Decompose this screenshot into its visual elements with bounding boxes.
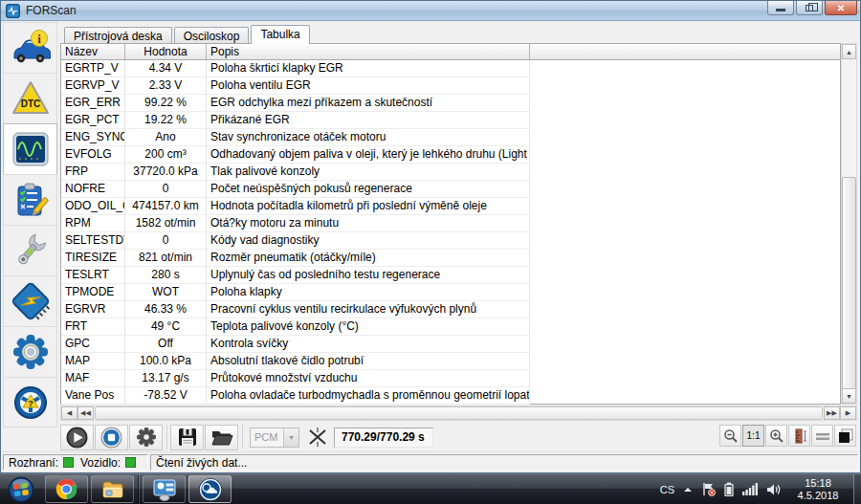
horizontal-scroll-track[interactable]: [94, 406, 824, 420]
table-row[interactable]: EGRVR46.33 %Pracovní cyklus ventilu reci…: [61, 301, 840, 318]
network-signal-icon[interactable]: [742, 483, 758, 495]
cell-desc: Uplynulý čas od posledního testu regener…: [207, 267, 530, 284]
scroll-right-fast-button[interactable]: ▶▶: [824, 406, 840, 420]
table-row[interactable]: MAP100.0 kPaAbsolutní tlakové čidlo potr…: [61, 353, 840, 370]
table-row[interactable]: NOFRE0Počet neúspěšných pokusů regenerac…: [61, 181, 840, 198]
record-settings-button[interactable]: [129, 425, 163, 450]
horizontal-scrollbar[interactable]: ◀ ◀◀ ▶▶ ▶: [60, 405, 857, 421]
window-title: FORScan: [26, 4, 77, 17]
taskbar-item-chrome[interactable]: [45, 475, 88, 503]
column-header-name[interactable]: Název: [61, 44, 125, 59]
hidden-icons-chevron[interactable]: [683, 486, 693, 493]
interface-label: Rozhraní:: [9, 456, 58, 470]
tab-table[interactable]: Tabulka: [251, 25, 309, 44]
tab-oscilloscope[interactable]: Osciloskop: [174, 27, 250, 44]
table-row[interactable]: EGRTP_V4.34 VPoloha škrticí klapky EGR: [61, 60, 840, 77]
restore-button[interactable]: [796, 1, 823, 15]
disconnect-button[interactable]: [303, 425, 332, 450]
stop-button[interactable]: [95, 425, 128, 450]
show-desktop-button[interactable]: [853, 474, 861, 504]
table-body: EGRTP_V4.34 VPoloha škrticí klapky EGREG…: [61, 60, 840, 405]
table-row[interactable]: Vane Pos-78.52 VPoloha ovladače turbodmy…: [61, 387, 840, 405]
table-header: Název Hodnota Popis: [61, 44, 840, 60]
sidebar-item-service[interactable]: [3, 225, 57, 275]
status-message-cell: Čtení živých dat...: [150, 454, 858, 471]
sidebar-item-tests[interactable]: [3, 174, 57, 225]
column-header-value[interactable]: Hodnota: [125, 44, 207, 59]
cell-value: -78.52 V: [125, 387, 207, 405]
sidebar-item-about[interactable]: ?: [3, 377, 57, 427]
scroll-down-button[interactable]: ▼: [842, 388, 856, 404]
taskbar-clock[interactable]: 15:18 4.5.2018: [790, 477, 846, 502]
table-row[interactable]: RPM1582 ot/minOtá?ky motoru za minutu: [61, 215, 840, 232]
language-indicator[interactable]: CS: [660, 484, 674, 495]
zoom-in-button[interactable]: [765, 425, 787, 447]
background-color-button[interactable]: [834, 425, 856, 447]
ruler-button[interactable]: [788, 425, 810, 447]
svg-text:DTC: DTC: [20, 99, 40, 109]
play-button[interactable]: [60, 425, 94, 450]
cell-desc: Otá?ky motoru za minutu: [207, 215, 530, 232]
save-button[interactable]: [170, 425, 204, 450]
cell-desc: Teplota palivové konzoly (°C): [207, 318, 530, 336]
cell-filler: [530, 77, 840, 95]
cell-desc: Přikázané EGR: [207, 112, 530, 129]
cell-filler: [530, 370, 840, 387]
sidebar-item-dtc[interactable]: DTC: [3, 73, 57, 123]
module-select[interactable]: PCM ▼: [250, 427, 299, 448]
sidebar-item-configuration[interactable]: [3, 275, 57, 326]
battery-icon[interactable]: [724, 482, 734, 496]
speaker-icon[interactable]: [766, 483, 782, 496]
start-button[interactable]: [0, 474, 42, 504]
table-row[interactable]: MAF13.17 g/sPrůtokové množství vzduchu: [61, 370, 840, 387]
cell-filler: [530, 387, 840, 405]
forscan-taskbar-icon: [198, 477, 223, 502]
vertical-scroll-thumb[interactable]: [842, 177, 856, 392]
scroll-up-button[interactable]: ▲: [842, 44, 856, 59]
open-folder-icon: [210, 427, 233, 448]
close-icon: ✕: [837, 3, 845, 13]
column-header-description[interactable]: Popis: [207, 44, 530, 59]
vertical-scrollbar[interactable]: ▲ ▼: [841, 43, 857, 405]
taskbar-item-explorer[interactable]: [91, 475, 134, 503]
table-row[interactable]: TPMODEWOTPoloha klapky: [61, 284, 840, 301]
table-row[interactable]: EGRVP_V2.33 VPoloha ventilu EGR: [61, 77, 840, 95]
zoom-out-button[interactable]: [719, 425, 741, 447]
cell-name: MAF: [61, 370, 125, 387]
grid-lines-button[interactable]: [811, 425, 833, 447]
cell-name: TESLRT: [61, 267, 125, 284]
table-row[interactable]: FRP37720.0 kPaTlak palivové konzoly: [61, 164, 840, 181]
scroll-right-button[interactable]: ▶: [840, 406, 856, 420]
minimize-button[interactable]: [767, 1, 794, 15]
table-row[interactable]: TESLRT280 sUplynulý čas od posledního te…: [61, 267, 840, 284]
table-row[interactable]: FRT49 °CTeplota palivové konzoly (°C): [61, 318, 840, 336]
table-row[interactable]: TIRESIZE821 ot/minRozměr pneumatik (otáč…: [61, 250, 840, 267]
sidebar-item-vehicle-info[interactable]: i: [3, 22, 57, 73]
zoom-1to1-button[interactable]: 1:1: [742, 425, 764, 447]
cell-value: 0: [125, 181, 207, 198]
cell-name: SELTESTDTC: [61, 232, 125, 250]
cell-desc: Rozměr pneumatik (otáčky/míle): [207, 250, 530, 267]
scroll-left-fast-button[interactable]: ◀◀: [77, 406, 94, 420]
forscan-app-icon: [6, 4, 20, 18]
table-row[interactable]: EVFOLG200 cm³Odhadovaný objem paliva v o…: [61, 146, 840, 164]
tab-dashboard[interactable]: Přístrojová deska: [64, 27, 172, 44]
table-row[interactable]: EGR_ERR99.22 %EGR odchylka mezi příkazem…: [61, 95, 840, 112]
table-row[interactable]: GPCOffKontrola svíčky: [61, 336, 840, 353]
scroll-left-button[interactable]: ◀: [61, 406, 77, 420]
open-button[interactable]: [205, 425, 238, 450]
table-row[interactable]: ENG_SYNCAnoStav synchronizace otáček mot…: [61, 129, 840, 146]
sidebar-item-settings[interactable]: [3, 326, 57, 377]
table-row[interactable]: EGR_PCT19.22 %Přikázané EGR: [61, 112, 840, 129]
cell-value: WOT: [125, 284, 207, 301]
horizontal-scroll-thumb[interactable]: [95, 406, 823, 420]
service-icon: [11, 231, 51, 270]
table-row[interactable]: ODO_OIL_CH474157.0 kmHodnota počítadla k…: [61, 198, 840, 215]
sidebar-item-oscilloscope[interactable]: [3, 123, 57, 174]
taskbar-item-display-app[interactable]: [143, 475, 186, 503]
close-button[interactable]: ✕: [825, 1, 857, 15]
action-center-flag-icon[interactable]: [701, 482, 716, 496]
taskbar-separator: [138, 474, 140, 504]
table-row[interactable]: SELTESTDTC0Kódy vad diagnostiky: [61, 232, 840, 250]
taskbar-item-forscan[interactable]: [188, 475, 232, 503]
